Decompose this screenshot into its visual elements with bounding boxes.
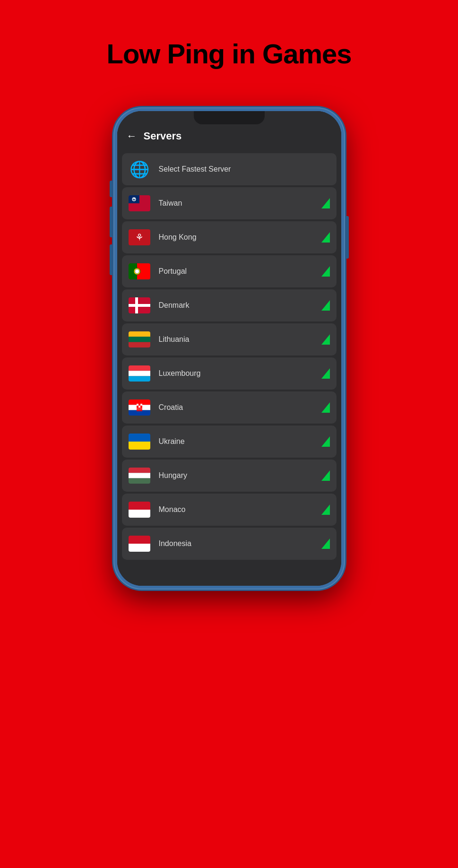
signal-icon-croatia [321,402,330,413]
flag-portugal [129,263,150,279]
signal-icon-portugal [321,266,330,277]
svg-rect-27 [137,406,138,408]
svg-rect-29 [140,406,142,408]
svg-rect-17 [129,365,150,371]
signal-icon-taiwan [321,198,330,208]
flag-denmark [129,297,150,313]
server-item-luxembourg[interactable]: Luxembourg [122,357,337,390]
server-item-lithuania[interactable]: Lithuania [122,323,337,356]
server-item-hungary[interactable]: Hungary [122,460,337,492]
server-name-croatia: Croatia [159,403,321,412]
signal-icon-lithuania [321,334,330,345]
svg-rect-38 [129,544,150,552]
svg-point-10 [135,269,139,274]
server-name-monaco: Monaco [159,505,321,514]
server-name-luxembourg: Luxembourg [159,369,321,378]
signal-icon-hongkong [321,232,330,243]
side-button-mute [110,181,113,197]
side-button-vol-up [110,207,113,237]
phone-screen: ← Servers 🌐 Select Fastest Server [117,111,341,586]
svg-rect-35 [129,502,150,510]
svg-rect-28 [138,406,140,408]
server-item-fastest[interactable]: 🌐 Select Fastest Server [122,153,337,185]
signal-icon-denmark [321,300,330,311]
side-button-power [345,216,349,259]
page-title: Low Ping in Games [107,38,352,69]
server-name-lithuania: Lithuania [159,335,321,344]
signal-icon-ukraine [321,436,330,447]
server-item-croatia[interactable]: Croatia [122,391,337,424]
signal-icon-indonesia [321,538,330,549]
server-name-portugal: Portugal [159,267,321,276]
server-item-ukraine[interactable]: Ukraine [122,425,337,458]
svg-rect-18 [129,371,150,376]
svg-rect-30 [129,434,150,442]
signal-icon-hungary [321,470,330,481]
flag-luxembourg [129,365,150,382]
flag-indonesia [129,536,150,552]
svg-rect-31 [129,442,150,450]
phone-frame: ← Servers 🌐 Select Fastest Server [113,107,345,590]
server-item-indonesia[interactable]: Indonesia [122,528,337,560]
svg-rect-25 [138,404,140,406]
svg-rect-37 [129,536,150,544]
svg-rect-16 [129,342,150,347]
svg-rect-15 [129,337,150,342]
server-list: 🌐 Select Fastest Server [117,147,341,586]
phone-notch [194,111,265,124]
flag-ukraine [129,434,150,450]
server-item-portugal[interactable]: Portugal [122,255,337,287]
flag-hongkong: ⚘ [129,229,150,245]
svg-text:⚘: ⚘ [135,232,144,243]
svg-rect-34 [129,478,150,484]
server-name-hungary: Hungary [159,471,321,480]
back-button[interactable]: ← [127,130,137,142]
flag-hungary [129,468,150,484]
signal-icon-monaco [321,504,330,515]
svg-rect-36 [129,510,150,518]
flag-monaco [129,502,150,518]
server-item-hongkong[interactable]: ⚘ Hong Kong [122,221,337,253]
flag-croatia [129,399,150,416]
phone-mockup: ← Servers 🌐 Select Fastest Server [113,107,345,590]
signal-icon-luxembourg [321,368,330,379]
flag-lithuania [129,331,150,347]
svg-rect-26 [140,404,142,406]
svg-rect-24 [137,404,138,406]
svg-rect-33 [129,473,150,478]
svg-rect-13 [129,304,150,307]
server-name-ukraine: Ukraine [159,437,321,446]
screen-content: ← Servers 🌐 Select Fastest Server [117,111,341,586]
server-name-denmark: Denmark [159,301,321,310]
header-title: Servers [144,130,182,142]
svg-rect-14 [129,331,150,337]
svg-rect-19 [129,376,150,382]
server-name-hongkong: Hong Kong [159,233,321,242]
flag-taiwan [129,195,150,211]
server-item-taiwan[interactable]: Taiwan [122,187,337,219]
server-name-fastest: Select Fastest Server [159,165,330,174]
svg-rect-32 [129,468,150,473]
server-name-taiwan: Taiwan [159,199,321,208]
server-item-monaco[interactable]: Monaco [122,494,337,526]
server-item-denmark[interactable]: Denmark [122,289,337,321]
server-name-indonesia: Indonesia [159,539,321,548]
globe-icon: 🌐 [129,158,150,180]
side-button-vol-down [110,244,113,275]
